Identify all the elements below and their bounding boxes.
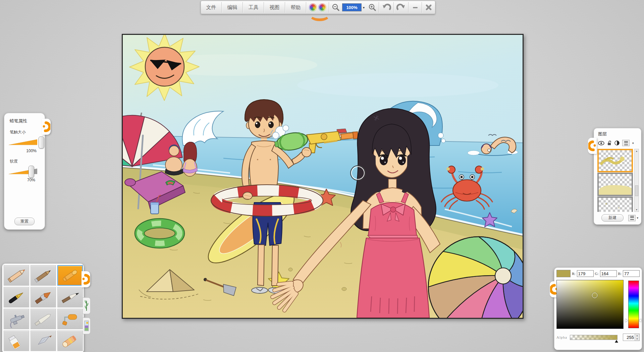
layer-row-1[interactable] (597, 149, 633, 172)
drawing-canvas[interactable] (122, 34, 524, 319)
main-toolbar: 文件 编辑 工具 视图 帮助 ▾ (201, 1, 435, 14)
layer-list-menu-button[interactable] (628, 215, 636, 221)
pastel-stub-icon (59, 332, 81, 350)
tool-cell-airbrush[interactable] (4, 309, 29, 329)
green-input[interactable] (600, 270, 617, 277)
scroll-up-arrow[interactable]: ▲ (635, 150, 639, 152)
layers-panel-title: 图层 (598, 131, 639, 137)
red-input[interactable] (577, 270, 594, 277)
hue-marker-right[interactable] (639, 319, 641, 322)
redo-button[interactable] (394, 1, 408, 14)
layer-2-thumbnail (599, 174, 632, 195)
minimize-icon (411, 3, 419, 11)
layer-1-thumbnail (599, 150, 632, 171)
picture-stamp-tab[interactable] (83, 317, 91, 334)
minimize-button[interactable] (409, 1, 422, 14)
scroll-thumb[interactable] (635, 185, 638, 196)
tool-cell-ink-brush[interactable] (57, 287, 83, 307)
layer-row-2[interactable] (597, 173, 633, 196)
menu-view[interactable]: 视图 (264, 1, 285, 14)
menu-edit[interactable]: 编辑 (222, 1, 243, 14)
paintbrush-icon (33, 289, 54, 306)
alpha-label: Alpha (556, 335, 567, 339)
alpha-slider-marker[interactable] (615, 340, 618, 343)
layer-row-3[interactable] (597, 196, 633, 212)
sv-cursor[interactable] (592, 292, 597, 298)
hue-marker-left[interactable] (625, 319, 628, 322)
menu-tools[interactable]: 工具 (243, 1, 264, 14)
layer-visibility-eye-icon[interactable] (598, 141, 604, 145)
slider-thumb[interactable] (29, 166, 34, 178)
layers-panel: 图层 ▾ (594, 128, 641, 225)
undo-icon (382, 3, 391, 12)
panel-grip-handle[interactable] (588, 138, 597, 154)
tool-cell-pastel-stub[interactable] (57, 331, 83, 351)
plant-stamp-tab[interactable] (83, 297, 91, 314)
palette-knife-icon (33, 310, 54, 328)
tool-cell-liner-pen[interactable] (31, 331, 56, 351)
close-button[interactable] (422, 1, 435, 14)
layer-menu-button[interactable] (622, 140, 630, 146)
tool-cell-colored-pencil[interactable] (4, 265, 29, 286)
new-layer-button[interactable]: 新建 (601, 214, 624, 222)
tool-cell-wood-pencil[interactable] (31, 265, 56, 286)
tool-cell-crayon[interactable] (57, 265, 83, 286)
tool-cell-paintbrush[interactable] (31, 287, 56, 307)
layer-lock-icon[interactable] (607, 140, 612, 146)
alpha-gradient (570, 335, 617, 340)
zoom-dropdown-caret[interactable]: ▾ (362, 6, 366, 9)
color-picker-panel: R: G: B: Alpha ▲▼ (554, 268, 642, 350)
layer-blend-icon[interactable] (614, 140, 620, 145)
tool-cell-paint-roller[interactable] (57, 309, 83, 329)
mascot-clown-icon[interactable] (307, 1, 329, 14)
alpha-spinner[interactable]: ▲▼ (623, 334, 640, 341)
brush-size-label: 笔触大小 (10, 129, 41, 135)
zoom-in-button[interactable] (366, 1, 379, 14)
alpha-slider[interactable] (570, 335, 618, 340)
magnifier-minus-icon (332, 3, 340, 11)
paint-bottle-icon (6, 332, 27, 350)
panel-grip-handle[interactable] (42, 119, 51, 135)
slider-thumb[interactable] (39, 136, 44, 149)
current-color-swatch (556, 270, 571, 277)
plant-icon (84, 299, 89, 312)
liner-pen-icon (33, 332, 54, 350)
brush-size-slider[interactable] (8, 137, 42, 147)
alpha-value-input[interactable] (623, 334, 635, 341)
mascot-smile-icon (309, 9, 330, 21)
blue-input[interactable] (623, 270, 640, 277)
layer-scrollbar[interactable]: ▲ ▼ (634, 149, 639, 212)
layer-list-menu-caret[interactable]: ▾ (637, 216, 638, 220)
menu-file[interactable]: 文件 (201, 1, 221, 14)
layer-3-thumbnail (599, 198, 632, 212)
brush-properties-panel: 蜡笔属性 笔触大小 100% 软度 70% 重置 (4, 113, 45, 230)
tool-cell-paint-bottle[interactable] (4, 331, 29, 351)
panel-grip-handle[interactable] (82, 271, 90, 287)
zoom-out-button[interactable] (329, 1, 342, 14)
tool-cell-fountain-pen[interactable] (4, 287, 29, 307)
grip-icon (588, 138, 596, 153)
redo-icon (396, 3, 406, 12)
layer-list: ▲ ▼ (597, 149, 639, 212)
reset-button[interactable]: 重置 (14, 218, 35, 225)
undo-button[interactable] (379, 1, 393, 14)
magnifier-plus-icon (368, 3, 376, 11)
tool-grid (4, 265, 82, 351)
scroll-down-arrow[interactable]: ▼ (635, 209, 639, 211)
zoom-level-input[interactable] (342, 3, 362, 11)
spinner-arrows[interactable]: ▲▼ (635, 334, 639, 341)
hamburger-icon (624, 141, 628, 145)
menu-help[interactable]: 帮助 (285, 1, 306, 14)
blue-label: B: (618, 272, 622, 276)
tool-cell-palette-knife[interactable] (31, 309, 56, 329)
picture-stamp-icon (84, 319, 89, 332)
grip-icon (42, 119, 50, 134)
tool-palette (2, 263, 84, 352)
sv-gradient[interactable] (556, 280, 624, 329)
layer-menu-caret[interactable]: ▾ (632, 141, 634, 145)
hue-bar[interactable] (628, 281, 639, 328)
colored-pencil-icon (6, 267, 27, 284)
fountain-pen-icon (6, 289, 27, 306)
softness-slider[interactable] (8, 166, 42, 176)
softness-label: 软度 (10, 159, 41, 164)
